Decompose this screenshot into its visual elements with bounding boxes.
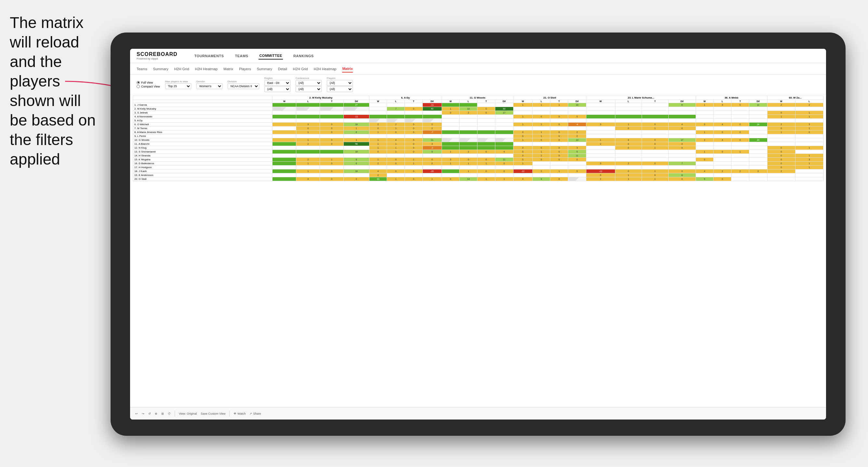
matrix-cell: 0 [513,150,532,154]
region-select[interactable]: East - DII [265,80,290,86]
matrix-cell [369,111,387,115]
sub-nav-h2h-grid[interactable]: H2H Grid [174,66,189,72]
refresh-btn[interactable]: ↺ [148,412,151,415]
matrix-cell: 2 [767,103,795,107]
matrix-cell [369,165,387,169]
sub-nav-detail[interactable]: Detail [278,66,287,72]
matrix-cell [586,115,615,119]
nav-teams[interactable]: TEAMS [234,53,249,59]
full-view-option[interactable]: Full View [136,81,160,84]
matrix-cell: 40 [423,107,442,111]
th-d3: Dif [495,100,513,103]
nav-tournaments[interactable]: TOURNAMENTS [194,53,225,59]
view-original-btn[interactable]: View: Original [179,412,197,415]
compact-view-option[interactable]: Compact View [136,85,160,88]
redo-btn[interactable]: ↪ [142,412,145,415]
matrix-cell: 24 [749,123,767,126]
matrix-cell [513,107,532,111]
matrix-cell: 18 [343,150,369,154]
matrix-cell [615,165,642,169]
player-name-cell: 8. A Maria Jimenez Rios [133,130,273,134]
matrix-cell [495,154,513,158]
matrix-cell [273,123,296,126]
max-players-select[interactable]: Top 25 [165,83,191,89]
matrix-cell [615,150,642,154]
matrix-cell [550,111,568,115]
conference-sub-select[interactable]: (All) [296,86,322,92]
sub-nav-h2h-grid2[interactable]: H2H Grid [293,66,308,72]
matrix-cell: 2 [369,162,387,165]
matrix-cell [405,119,423,123]
matrix-cell: 0 [731,103,749,107]
sub-nav-summary2[interactable]: Summary [257,66,272,72]
matrix-cell [460,154,477,158]
watch-btn[interactable]: 👁 Watch [234,412,246,415]
matrix-cell [273,115,296,119]
sub-nav-matrix[interactable]: Matrix [223,66,233,72]
matrix-cell [695,111,714,115]
matrix-cell: 1 [477,177,495,181]
matrix-cell: 1 [795,126,823,130]
matrix-cell: 0 [405,123,423,126]
matrix-cell [296,115,320,119]
col-header-38: 38. A Webb [695,96,767,100]
matrix-cell [749,177,767,181]
matrix-cell: -2 [423,146,442,150]
matrix-cell [423,134,442,138]
matrix-cell: 1 [642,146,668,150]
matrix-cell: -4 [568,123,586,126]
nav-committee[interactable]: COMMITTEE [258,52,283,60]
matrix-cell: 6 [668,103,695,107]
full-view-radio[interactable] [136,81,140,84]
matrix-cell [387,111,405,115]
division-select[interactable]: NCAA Division II [228,83,259,89]
layout-btn[interactable]: ⊞ [161,412,164,415]
matrix-cell [477,138,495,142]
matrix-cell: -11 [343,115,369,119]
matrix-cell [795,134,823,138]
matrix-cell [642,134,668,138]
matrix-cell: 4 [495,150,513,154]
th-t2: T [405,100,423,103]
matrix-cell [273,119,296,123]
matrix-cell [695,119,714,123]
matrix-cell: 1 [642,177,668,181]
undo-btn[interactable]: ↩ [135,412,138,415]
matrix-cell [615,154,642,158]
players-select[interactable]: (All) [327,80,353,86]
sub-nav-teams[interactable]: Teams [136,66,147,72]
matrix-cell: 1 [615,177,642,181]
matrix-cell: 0 [405,169,423,173]
matrix-cell [405,173,423,177]
matrix-cell [668,154,695,158]
region-sub-select[interactable]: (All) [265,86,290,92]
matrix-cell [405,134,423,138]
matrix-cell [296,173,320,177]
matrix-cell [320,134,344,138]
matrix-cell: 0 [642,138,668,142]
sub-nav-matrix2[interactable]: Matrix [342,65,352,72]
sub-nav-h2h-heatmap[interactable]: H2H Heatmap [195,66,218,72]
th-d5: Dif [668,100,695,103]
matrix-cell: 1 [795,162,823,165]
matrix-cell [731,154,749,158]
compact-view-radio[interactable] [136,85,140,88]
players-sub-select[interactable]: (All) [327,86,353,92]
sub-nav-summary[interactable]: Summary [153,66,168,72]
sub-nav-players[interactable]: Players [239,66,251,72]
timer-btn[interactable]: ⏱ [168,412,171,415]
sub-nav-h2h-heatmap2[interactable]: H2H Heatmap [314,66,337,72]
matrix-cell: 1 [369,158,387,162]
matrix-cell [343,119,369,123]
th-d2: Dif [423,100,442,103]
nav-rankings[interactable]: RANKINGS [293,53,314,59]
matrix-cell: 0 [477,107,495,111]
share-btn[interactable]: ↗ Share [249,412,261,415]
conference-filter: Conference (All) (All) [296,77,322,92]
gender-select[interactable]: Women's [196,83,222,89]
zoom-btn[interactable]: ⊕ [155,412,157,415]
conference-select[interactable]: (All) [296,80,322,86]
player-name-cell: 20. O Stoll [133,177,273,181]
matrix-cell [320,173,344,177]
save-custom-btn[interactable]: Save Custom View [201,412,225,415]
